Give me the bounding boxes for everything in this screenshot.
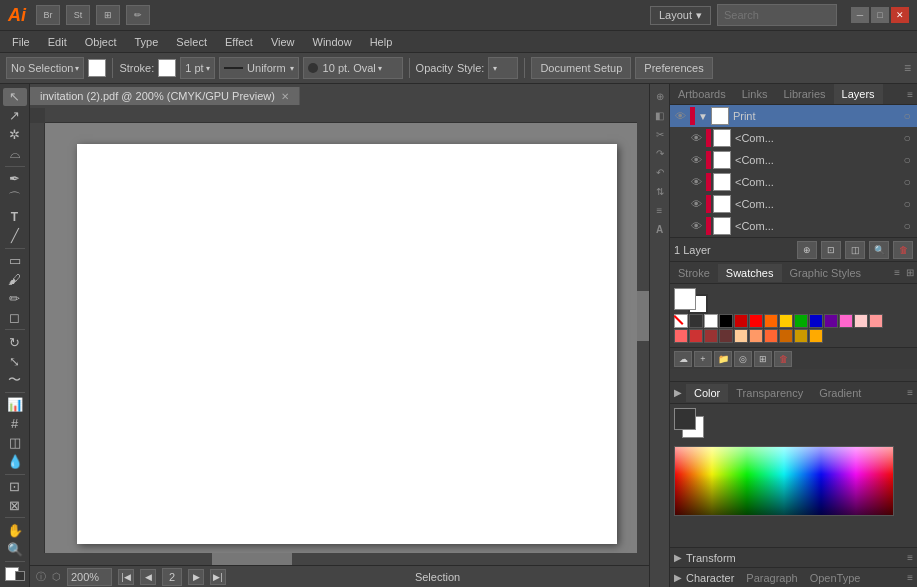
select-tool[interactable]: ↖ bbox=[3, 88, 27, 106]
layer-row-print[interactable]: 👁 ▼ Print bbox=[670, 105, 917, 127]
swatch-r1[interactable] bbox=[854, 314, 868, 328]
tab-transparency[interactable]: Transparency bbox=[728, 384, 811, 402]
transform-btn[interactable]: ⊕ bbox=[652, 88, 668, 104]
color-fill-box[interactable] bbox=[674, 408, 696, 430]
sw-delete-btn[interactable]: 🗑 bbox=[774, 351, 792, 367]
tab-libraries[interactable]: Libraries bbox=[775, 84, 833, 104]
character-menu-btn[interactable]: ≡ bbox=[907, 572, 913, 583]
doc-share-btn[interactable]: ⬡ bbox=[52, 571, 61, 582]
bridge-btn[interactable]: Br bbox=[36, 5, 60, 25]
swatch-white[interactable] bbox=[704, 314, 718, 328]
warp-tool[interactable]: 〜 bbox=[3, 371, 27, 389]
delete-layer-btn[interactable]: 🗑 bbox=[893, 241, 913, 259]
collect-btn[interactable]: ◫ bbox=[845, 241, 865, 259]
search-input[interactable] bbox=[717, 4, 837, 26]
pen-tool[interactable]: ✒ bbox=[3, 170, 27, 188]
move-selection-btn[interactable]: ⊡ bbox=[821, 241, 841, 259]
canvas-scroll[interactable] bbox=[30, 108, 649, 565]
fill-box[interactable] bbox=[88, 59, 106, 77]
swatch-purple1[interactable] bbox=[824, 314, 838, 328]
tab-color[interactable]: Color bbox=[686, 384, 728, 402]
swatch-o1[interactable] bbox=[734, 329, 748, 343]
menu-select[interactable]: Select bbox=[168, 34, 215, 50]
transform-collapse-btn[interactable]: ▶ bbox=[674, 552, 682, 563]
graph-tool[interactable]: 📊 bbox=[3, 396, 27, 414]
swatches-view-list-btn[interactable]: ≡ bbox=[891, 264, 903, 281]
nav-next-btn[interactable]: ▶ bbox=[188, 569, 204, 585]
magic-wand-tool[interactable]: ✲ bbox=[3, 126, 27, 144]
stock-btn[interactable]: St bbox=[66, 5, 90, 25]
zoom-input[interactable]: 200% bbox=[67, 568, 112, 586]
no-selection-dropdown[interactable]: No Selection ▾ bbox=[6, 57, 84, 79]
style-dropdown[interactable]: ▾ bbox=[488, 57, 518, 79]
fill-tool-btn[interactable] bbox=[3, 565, 27, 583]
swatch-r3[interactable] bbox=[674, 329, 688, 343]
tab-close-icon[interactable]: ✕ bbox=[281, 91, 289, 102]
vertical-scrollbar[interactable] bbox=[637, 108, 649, 565]
scissors-btn[interactable]: ✂ bbox=[652, 126, 668, 142]
menu-help[interactable]: Help bbox=[362, 34, 401, 50]
type-btn2[interactable]: A bbox=[652, 221, 668, 237]
swatch-orange1[interactable] bbox=[764, 314, 778, 328]
swatch-blue1[interactable] bbox=[809, 314, 823, 328]
menu-effect[interactable]: Effect bbox=[217, 34, 261, 50]
layer-row-0[interactable]: 👁 <Com... bbox=[670, 127, 917, 149]
zoom-tool[interactable]: 🔍 bbox=[3, 540, 27, 558]
layer-target-3[interactable] bbox=[899, 196, 915, 212]
layer-row-2[interactable]: 👁 <Com... bbox=[670, 171, 917, 193]
tab-gradient[interactable]: Gradient bbox=[811, 384, 869, 402]
visibility-eye-4[interactable]: 👁 bbox=[688, 218, 704, 234]
rectangle-tool[interactable]: ▭ bbox=[3, 251, 27, 269]
make-sublayer-btn[interactable]: ⊕ bbox=[797, 241, 817, 259]
scale-tool[interactable]: ⤡ bbox=[3, 352, 27, 370]
minimize-btn[interactable]: ─ bbox=[851, 7, 869, 23]
visibility-eye-0[interactable]: 👁 bbox=[688, 130, 704, 146]
arrange-btn[interactable]: ◧ bbox=[652, 107, 668, 123]
stroke-weight-dropdown[interactable]: 1 pt ▾ bbox=[180, 57, 214, 79]
type-tool[interactable]: T bbox=[3, 208, 27, 226]
sw-folder-btn[interactable]: 📁 bbox=[714, 351, 732, 367]
transform-menu-btn[interactable]: ≡ bbox=[907, 552, 913, 563]
visibility-eye-2[interactable]: 👁 bbox=[688, 174, 704, 190]
vertical-scrollbar-thumb[interactable] bbox=[637, 291, 649, 341]
menu-type[interactable]: Type bbox=[127, 34, 167, 50]
swatch-fill-color[interactable] bbox=[674, 288, 696, 310]
tab-stroke[interactable]: Stroke bbox=[670, 264, 718, 282]
workspace-btn[interactable]: ⊞ bbox=[96, 5, 120, 25]
brush-dropdown[interactable]: 10 pt. Oval ▾ bbox=[303, 57, 403, 79]
tab-layers[interactable]: Layers bbox=[834, 84, 883, 104]
swatch-registration[interactable] bbox=[689, 314, 703, 328]
hand-tool[interactable]: ✋ bbox=[3, 521, 27, 539]
mesh-tool[interactable]: # bbox=[3, 415, 27, 433]
stroke-style-dropdown[interactable]: Uniform ▾ bbox=[219, 57, 299, 79]
swatch-r6[interactable] bbox=[719, 329, 733, 343]
swatch-none[interactable] bbox=[674, 314, 688, 328]
artboard-tool[interactable]: ⊡ bbox=[3, 478, 27, 496]
line-tool[interactable]: ╱ bbox=[3, 227, 27, 245]
sw-palette-btn[interactable]: ◎ bbox=[734, 351, 752, 367]
document-tab[interactable]: invitation (2).pdf @ 200% (CMYK/GPU Prev… bbox=[30, 87, 300, 105]
swatch-o5[interactable] bbox=[794, 329, 808, 343]
swatch-r4[interactable] bbox=[689, 329, 703, 343]
visibility-eye-print[interactable]: 👁 bbox=[672, 108, 688, 124]
collapse-arrow-color[interactable]: ▶ bbox=[670, 384, 686, 401]
layer-row-3[interactable]: 👁 <Com... bbox=[670, 193, 917, 215]
pencil-tool[interactable]: ✏ bbox=[3, 289, 27, 307]
color-menu-btn[interactable]: ≡ bbox=[903, 384, 917, 401]
menu-window[interactable]: Window bbox=[305, 34, 360, 50]
swatch-red2[interactable] bbox=[749, 314, 763, 328]
layer-target-print[interactable] bbox=[899, 108, 915, 124]
swatch-black[interactable] bbox=[719, 314, 733, 328]
toolbar-options-btn[interactable]: ≡ bbox=[904, 61, 911, 75]
swatches-view-grid-btn[interactable]: ⊞ bbox=[903, 264, 917, 281]
nav-first-btn[interactable]: |◀ bbox=[118, 569, 134, 585]
swatch-green1[interactable] bbox=[794, 314, 808, 328]
swatch-r2[interactable] bbox=[869, 314, 883, 328]
layer-row-4[interactable]: 👁 <Com... bbox=[670, 215, 917, 237]
swatch-r5[interactable] bbox=[704, 329, 718, 343]
visibility-eye-3[interactable]: 👁 bbox=[688, 196, 704, 212]
slice-tool[interactable]: ⊠ bbox=[3, 497, 27, 515]
sw-swatch-options-btn[interactable]: ⊞ bbox=[754, 351, 772, 367]
menu-edit[interactable]: Edit bbox=[40, 34, 75, 50]
visibility-eye-1[interactable]: 👁 bbox=[688, 152, 704, 168]
